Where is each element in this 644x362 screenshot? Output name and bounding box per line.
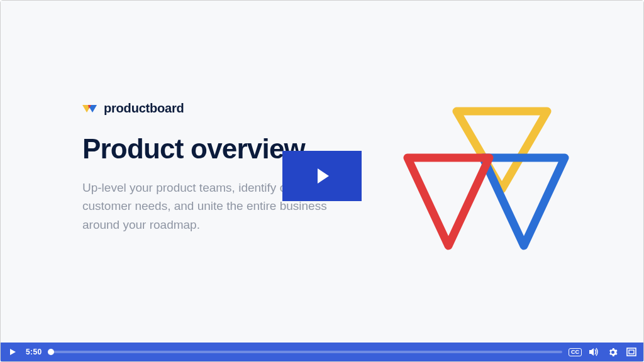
fullscreen-icon: [626, 348, 636, 356]
svg-rect-7: [629, 350, 634, 354]
play-pause-button[interactable]: [6, 345, 19, 359]
fullscreen-button[interactable]: [625, 345, 638, 359]
seek-handle[interactable]: [48, 349, 54, 355]
volume-icon: [589, 348, 599, 356]
svg-marker-4: [10, 349, 16, 355]
svg-rect-6: [627, 348, 636, 356]
play-small-icon: [9, 348, 16, 356]
settings-button[interactable]: [606, 345, 619, 359]
video-player-frame: productboard Product overview Up-level y…: [0, 0, 644, 362]
time-display: 5:50: [26, 348, 45, 356]
brand-row: productboard: [82, 101, 353, 116]
svg-marker-3: [318, 168, 329, 184]
triangle-graphic: [389, 89, 577, 277]
right-controls: CC: [569, 345, 638, 359]
svg-marker-5: [589, 348, 594, 356]
brand-name: productboard: [104, 101, 184, 116]
volume-button[interactable]: [587, 345, 601, 359]
productboard-logo-icon: [82, 102, 97, 115]
play-icon: [311, 165, 333, 187]
captions-button[interactable]: CC: [569, 348, 582, 356]
gear-icon: [608, 348, 618, 357]
play-button[interactable]: [282, 151, 362, 201]
video-controls-bar: 5:50 CC: [1, 343, 643, 361]
seek-bar[interactable]: [51, 351, 562, 353]
